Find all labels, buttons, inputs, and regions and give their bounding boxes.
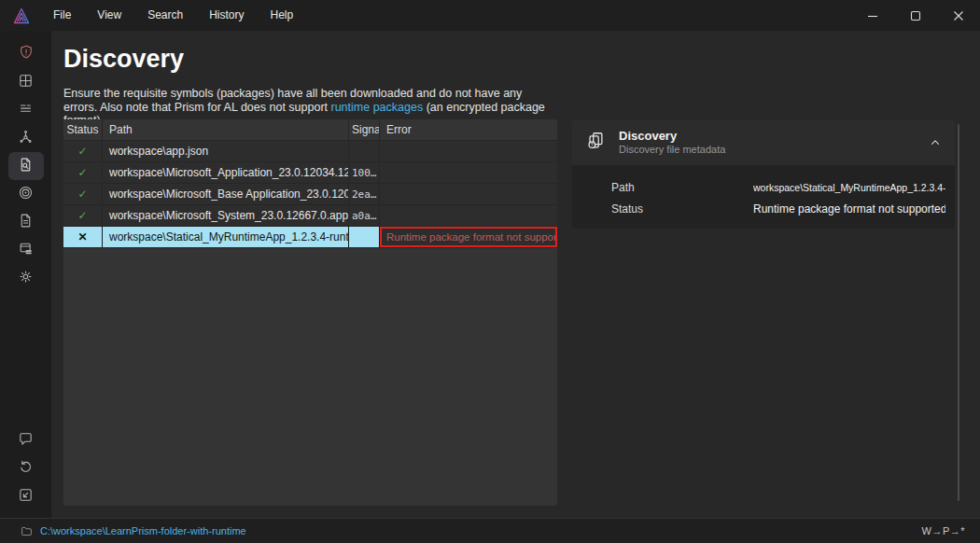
detail-panel: ? Discovery Discovery file metadata Path… bbox=[572, 119, 966, 506]
svg-text:?: ? bbox=[591, 142, 594, 147]
table-row[interactable]: ✓ workspace\app.json bbox=[63, 141, 557, 162]
cross-icon: ✕ bbox=[77, 230, 87, 244]
error-cell bbox=[380, 162, 557, 183]
path-cell: workspace\app.json bbox=[103, 141, 349, 161]
error-cell bbox=[380, 141, 557, 161]
metadata-field-path: Path workspace\Statical_MyRuntimeApp_1.2… bbox=[611, 176, 945, 198]
check-icon: ✓ bbox=[77, 145, 87, 158]
sidebar-item-dependencies[interactable] bbox=[8, 124, 44, 152]
signature-cell bbox=[349, 141, 380, 161]
column-header-path[interactable]: Path bbox=[103, 119, 349, 140]
menu-help[interactable]: Help bbox=[258, 0, 307, 31]
table-row[interactable]: ✓ workspace\Microsoft_Application_23.0.1… bbox=[63, 162, 557, 184]
status-value: Runtime package format not supported. bbox=[753, 202, 945, 216]
sidebar-item-problems[interactable] bbox=[8, 40, 44, 68]
sidebar-item-settings[interactable] bbox=[8, 264, 44, 292]
metadata-card-titles: Discovery Discovery file metadata bbox=[619, 129, 725, 156]
error-cell bbox=[380, 184, 557, 204]
database-icon bbox=[18, 241, 34, 260]
path-cell: workspace\Microsoft_System_23.0.12667.0.… bbox=[103, 205, 349, 226]
sidebar-item-discovery[interactable] bbox=[8, 152, 44, 180]
table-header-row: Status Path Signat Error bbox=[63, 119, 557, 141]
field-label: Status bbox=[611, 202, 753, 216]
dependency-graph-icon bbox=[18, 129, 34, 148]
detail-scrollbar[interactable] bbox=[958, 124, 959, 501]
path-value-link[interactable]: workspace\Statical_MyRuntimeApp_1.2.3.4-… bbox=[753, 182, 945, 193]
signature-cell: 2ea… bbox=[349, 184, 380, 204]
grid-icon bbox=[18, 73, 34, 92]
metadata-card-title: Discovery bbox=[619, 129, 725, 144]
menu-search[interactable]: Search bbox=[134, 0, 196, 31]
target-icon bbox=[18, 185, 34, 204]
sidebar-item-objects[interactable] bbox=[8, 180, 44, 208]
titlebar: File View Search History Help bbox=[0, 0, 980, 31]
sidebar-item-documents[interactable] bbox=[8, 208, 44, 236]
menu-history[interactable]: History bbox=[196, 0, 257, 31]
menubar: File View Search History Help bbox=[40, 0, 306, 31]
sidebar-item-import[interactable] bbox=[8, 482, 44, 510]
text-lines-icon bbox=[18, 101, 34, 120]
menu-view[interactable]: View bbox=[84, 0, 134, 31]
runtime-packages-link[interactable]: runtime packages bbox=[331, 101, 424, 114]
metadata-card-subtitle: Discovery file metadata bbox=[619, 144, 725, 156]
sidebar-item-logs[interactable] bbox=[8, 96, 44, 124]
window-controls bbox=[851, 0, 980, 31]
menu-file[interactable]: File bbox=[40, 0, 84, 31]
metadata-card-body: Path workspace\Statical_MyRuntimeApp_1.2… bbox=[572, 165, 955, 229]
maximize-button[interactable] bbox=[894, 0, 937, 31]
comment-icon bbox=[18, 431, 34, 451]
check-icon: ✓ bbox=[77, 188, 87, 201]
column-header-error[interactable]: Error bbox=[380, 119, 557, 140]
sidebar bbox=[0, 31, 51, 518]
page-title: Discovery bbox=[63, 45, 184, 74]
sidebar-item-packages[interactable] bbox=[8, 68, 44, 96]
minimize-button[interactable] bbox=[851, 0, 894, 31]
collapse-chevron-icon[interactable] bbox=[929, 136, 942, 149]
path-cell: workspace\Microsoft_Base Application_23.… bbox=[103, 184, 349, 204]
signature-cell: 100… bbox=[349, 162, 380, 183]
shield-alert-icon bbox=[18, 44, 35, 64]
discovery-help-icon: ? bbox=[585, 131, 606, 155]
table-row[interactable]: ✓ workspace\Microsoft_System_23.0.12667.… bbox=[63, 205, 557, 227]
table-row[interactable]: ✓ workspace\Microsoft_Base Application_2… bbox=[63, 184, 557, 205]
metadata-card-header[interactable]: ? Discovery Discovery file metadata bbox=[572, 119, 955, 165]
app-window: File View Search History Help bbox=[0, 0, 980, 543]
sidebar-item-database[interactable] bbox=[8, 236, 44, 264]
error-cell bbox=[380, 205, 557, 226]
metadata-field-status: Status Runtime package format not suppor… bbox=[611, 198, 945, 219]
signature-cell: a0a… bbox=[349, 205, 380, 226]
file-search-icon bbox=[18, 157, 34, 176]
reload-icon bbox=[18, 459, 34, 479]
close-button[interactable] bbox=[937, 0, 980, 31]
sidebar-item-reload[interactable] bbox=[8, 454, 44, 482]
sidebar-item-feedback[interactable] bbox=[8, 426, 44, 454]
error-cell: Runtime package format not supported. bbox=[380, 227, 557, 247]
discovery-table: Status Path Signat Error ✓ workspace\app… bbox=[63, 119, 557, 506]
import-icon bbox=[18, 487, 34, 507]
check-icon: ✓ bbox=[77, 209, 87, 222]
discovery-metadata-card: ? Discovery Discovery file metadata Path… bbox=[572, 119, 955, 229]
table-row-selected[interactable]: ✕ workspace\Statical_MyRuntimeApp_1.2.3.… bbox=[63, 227, 557, 248]
path-cell: workspace\Microsoft_Application_23.0.120… bbox=[103, 162, 349, 183]
check-icon: ✓ bbox=[77, 166, 87, 179]
path-cell: workspace\Statical_MyRuntimeApp_1.2.3.4-… bbox=[103, 227, 349, 247]
document-icon bbox=[18, 213, 34, 232]
folder-icon bbox=[21, 525, 33, 537]
gear-icon bbox=[18, 269, 34, 288]
column-header-status[interactable]: Status bbox=[63, 119, 103, 140]
workspace-folder-link[interactable]: C:\workspace\LearnPrism-folder-with-runt… bbox=[40, 525, 246, 536]
statusbar-mode-indicator: W→P→* bbox=[922, 525, 966, 536]
signature-cell bbox=[349, 227, 380, 247]
statusbar: C:\workspace\LearnPrism-folder-with-runt… bbox=[0, 518, 980, 543]
app-logo-icon bbox=[12, 7, 31, 25]
column-header-signature[interactable]: Signat bbox=[349, 119, 380, 140]
field-label: Path bbox=[611, 181, 753, 194]
